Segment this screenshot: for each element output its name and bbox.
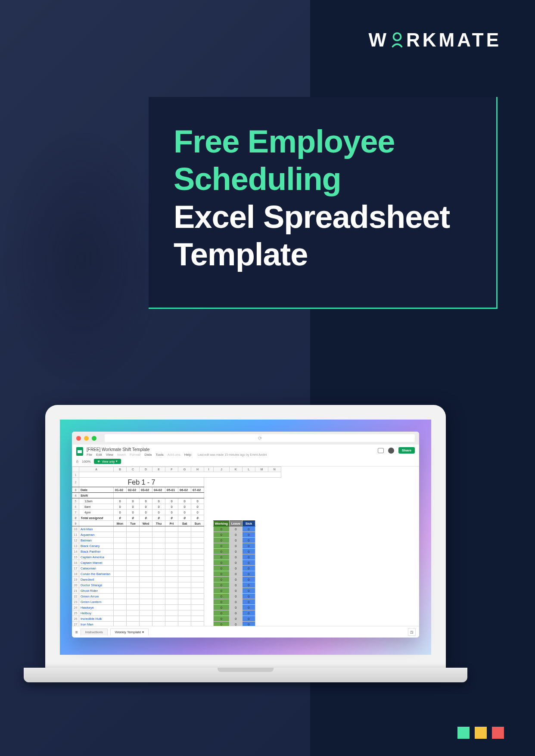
menu-help[interactable]: Help (184, 453, 191, 457)
table-row: 10Ant-Man000 (72, 526, 281, 532)
date-range: Feb 1 - 7 (79, 478, 204, 487)
employee-name[interactable]: Catwoman (79, 566, 114, 571)
share-button[interactable]: Share (398, 447, 415, 454)
person-o-icon (390, 32, 404, 48)
table-row: 19Daredevil000 (72, 577, 281, 582)
eye-icon: 👁 (97, 460, 100, 463)
header-right: Share (378, 447, 415, 454)
url-bar[interactable]: ⟳ (105, 434, 415, 442)
page-root: W RKMATE Free Employee Scheduling Excel … (0, 0, 535, 756)
employee-name[interactable]: Doctor Strange (79, 582, 114, 588)
chevron-down-icon: ▾ (116, 460, 118, 463)
tab-weekly-template[interactable]: Weekly Template ▾ (110, 628, 149, 635)
menu-view[interactable]: View (106, 453, 113, 457)
indicator-red (492, 727, 504, 739)
zoom-value[interactable]: 100% (82, 460, 90, 464)
page-title: Free Employee Scheduling Excel Spreadshe… (174, 123, 471, 273)
spreadsheet-grid[interactable]: A B C D E F G H I J (72, 467, 419, 626)
table-row: 11Aquaman000 (72, 532, 281, 538)
screen-wallpaper: ⟳ [FREE] Workmate Shift Template File Ed… (60, 420, 431, 655)
table-row: 18Conan the Barbarian000 (72, 571, 281, 577)
employee-name[interactable]: Iron Man (79, 622, 114, 626)
employee-name[interactable]: Black Canary (79, 543, 114, 549)
employee-name[interactable]: Hawkeye (79, 605, 114, 610)
table-row: 22Green Arrow000 (72, 594, 281, 599)
view-only-pill[interactable]: 👁 View only ▾ (94, 459, 121, 464)
table-row: 20Doctor Strange000 (72, 582, 281, 588)
employee-name[interactable]: Daredevil (79, 577, 114, 582)
employee-name[interactable]: Aquaman (79, 532, 114, 538)
table-row: 14Black Panther000 (72, 549, 281, 554)
table-row: 12Batman000 (72, 538, 281, 543)
employee-name[interactable]: Ant-Man (79, 526, 114, 532)
employee-name[interactable]: Ghost Rider (79, 588, 114, 594)
table-row: 25Hellboy000 (72, 610, 281, 616)
toolbar: ⎙ 100% 👁 View only ▾ (72, 457, 419, 467)
reload-icon[interactable]: ⟳ (258, 436, 262, 441)
brand-left: W (369, 29, 389, 51)
laptop-base (24, 668, 467, 682)
employee-name[interactable]: Green Arrow (79, 594, 114, 599)
laptop-screen: ⟳ [FREE] Workmate Shift Template File Ed… (45, 405, 446, 668)
laptop-mockup: ⟳ [FREE] Workmate Shift Template File Ed… (45, 405, 446, 682)
table-row: 17Catwoman000 (72, 566, 281, 571)
employee-name[interactable]: Captain America (79, 554, 114, 560)
sheets-icon (76, 447, 83, 456)
table-row: 24Hawkeye000 (72, 605, 281, 610)
table-row: 21Ghost Rider000 (72, 588, 281, 594)
sheets-header: [FREE] Workmate Shift Template File Edit… (72, 445, 419, 457)
menu-tools[interactable]: Tools (156, 453, 164, 457)
all-sheets-icon[interactable]: ≡ (75, 630, 78, 635)
employee-name[interactable]: Conan the Barbarian (79, 571, 114, 577)
browser-title-bar: ⟳ (72, 432, 419, 445)
brand-right: RKMATE (406, 29, 501, 51)
employee-name[interactable]: Green Lantern (79, 599, 114, 605)
avatar[interactable] (388, 448, 394, 454)
table-row: 15Captain America000 (72, 554, 281, 560)
table-row: 16Captain Marvel000 (72, 560, 281, 566)
sheet-tabs: ≡ Instructions Weekly Template ▾ ◳ (72, 626, 419, 638)
sheet-table: A B C D E F G H I J (72, 467, 281, 626)
title-line1: Free Employee Scheduling (174, 124, 395, 197)
table-row: 26Incredible Hulk000 (72, 616, 281, 622)
doc-title[interactable]: [FREE] Workmate Shift Template (87, 447, 374, 452)
google-sheets-app: [FREE] Workmate Shift Template File Edit… (72, 445, 419, 638)
employee-name[interactable]: Hellboy (79, 610, 114, 616)
title-line2: Excel Spreadsheet Template (174, 199, 450, 272)
employee-name[interactable]: Batman (79, 538, 114, 543)
last-edit-info: Last edit was made 15 minutes ago by Emm… (198, 453, 267, 456)
explore-button[interactable]: ◳ (408, 628, 416, 636)
menu-edit[interactable]: Edit (96, 453, 102, 457)
employee-name[interactable]: Incredible Hulk (79, 616, 114, 622)
title-card: Free Employee Scheduling Excel Spreadshe… (149, 97, 498, 309)
brand-logo: W RKMATE (369, 29, 501, 51)
menu-format: Format (130, 453, 140, 457)
menu-bar: File Edit View Insert Format Data Tools … (87, 453, 374, 457)
menu-data[interactable]: Data (144, 453, 152, 457)
menu-addons: Add-ons (168, 453, 180, 457)
tab-instructions[interactable]: Instructions (81, 628, 108, 635)
print-icon[interactable]: ⎙ (76, 460, 78, 464)
indicator-yellow (475, 727, 487, 739)
employee-name[interactable]: Black Panther (79, 549, 114, 554)
table-row: 27Iron Man000 (72, 622, 281, 626)
maximize-icon[interactable] (92, 436, 96, 441)
close-icon[interactable] (76, 436, 81, 441)
footer-indicators (457, 727, 504, 739)
minimize-icon[interactable] (84, 436, 89, 441)
sheets-title-wrap: [FREE] Workmate Shift Template File Edit… (87, 447, 374, 457)
employee-name[interactable]: Captain Marvel (79, 560, 114, 566)
comment-icon[interactable] (378, 448, 384, 453)
browser-window: ⟳ [FREE] Workmate Shift Template File Ed… (72, 432, 419, 638)
menu-insert: Insert (117, 453, 126, 457)
table-row: 23Green Lantern000 (72, 599, 281, 605)
indicator-green (457, 727, 470, 739)
menu-file[interactable]: File (87, 453, 92, 457)
table-row: 13Black Canary000 (72, 543, 281, 549)
